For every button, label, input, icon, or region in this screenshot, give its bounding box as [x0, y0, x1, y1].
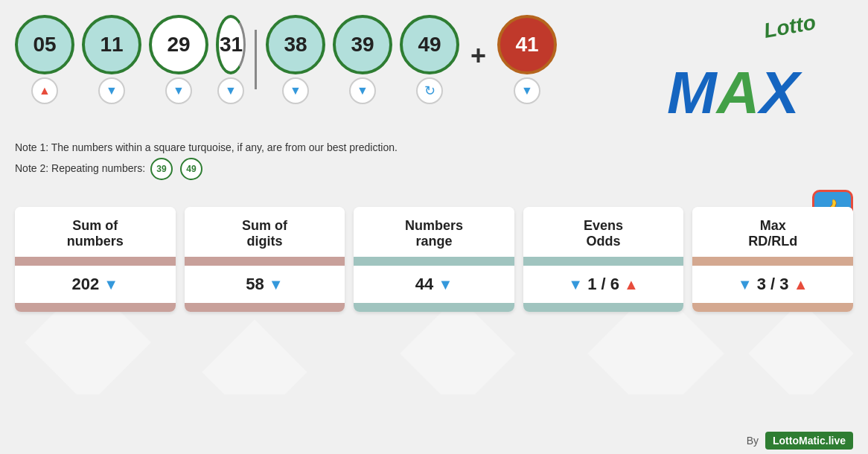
balls-row: 05 ▲ 11 ▼ 29 ▼ — [15, 15, 645, 104]
stat-sum-numbers-arrow: ▼ — [103, 276, 118, 292]
separator — [255, 30, 257, 89]
stat-max-rd-arrow-up: ▲ — [794, 276, 808, 292]
footer-brand: LottoMatic.live — [765, 432, 853, 450]
ball-2: 11 — [82, 15, 141, 74]
ball-6: 39 — [333, 15, 392, 74]
notes-section: Note 1: The numbers within a square turq… — [0, 134, 868, 192]
stat-numbers-range-value: 44 ▼ — [354, 266, 514, 303]
ball-4: 31 — [216, 15, 246, 74]
ball-wrapper-3: 29 ▼ — [149, 15, 208, 104]
main-container: 05 ▲ 11 ▼ 29 ▼ — [0, 0, 868, 454]
lotto-max-logo: Lotto M A X — [660, 7, 838, 127]
arrow-down-icon: ▼ — [225, 84, 237, 97]
top-section: 05 ▲ 11 ▼ 29 ▼ — [0, 0, 868, 134]
stat-evens-arrow-up: ▲ — [624, 276, 639, 292]
stat-max-rd-label: Max RD/RLd — [692, 207, 853, 257]
arrow-down-icon: ▼ — [521, 84, 533, 97]
numbers-area: 05 ▲ 11 ▼ 29 ▼ — [15, 15, 645, 110]
ball-wrapper-7: 49 ↻ — [400, 15, 459, 104]
stat-sum-digits-label: Sum of digits — [185, 207, 345, 257]
bonus-arrow-down[interactable]: ▼ — [514, 77, 540, 104]
footer-by-label: By — [747, 435, 759, 447]
stat-max-rd-bar-top — [692, 257, 853, 266]
stat-sum-digits-value: 58 ▼ — [185, 266, 345, 303]
arrow-down-icon: ▼ — [357, 84, 368, 97]
stat-card-sum-digits: Sum of digits 58 ▼ — [185, 207, 345, 312]
arrow-up-icon: ▲ — [39, 84, 51, 97]
note-2: Note 2: Repeating numbers: 39 49 — [15, 158, 853, 180]
stat-evens-arrow-down: ▼ — [568, 276, 583, 292]
arrow-down-icon: ▼ — [173, 84, 185, 97]
stat-evens-odds-bar-bottom — [523, 303, 684, 312]
lotto-text: Lotto — [762, 10, 817, 43]
ball-6-arrow-down[interactable]: ▼ — [349, 77, 376, 104]
repeating-ball-39: 39 — [150, 158, 173, 180]
ball-7: 49 — [400, 15, 459, 74]
note-1: Note 1: The numbers within a square turq… — [15, 141, 853, 153]
stat-numbers-range-arrow: ▼ — [438, 276, 453, 292]
stat-sum-digits-bar-bottom — [185, 303, 345, 312]
stat-sum-numbers-value: 202 ▼ — [15, 266, 176, 303]
stat-sum-numbers-bar-top — [15, 257, 176, 266]
ball-wrapper-2: 11 ▼ — [82, 15, 141, 104]
stat-card-numbers-range: Numbers range 44 ▼ — [354, 207, 514, 312]
note-2-prefix: Note 2: Repeating numbers: — [15, 162, 145, 174]
stat-card-sum-numbers: Sum of numbers 202 ▼ — [15, 207, 176, 312]
ball-5: 38 — [266, 15, 325, 74]
refresh-icon: ↻ — [424, 83, 435, 99]
stat-numbers-range-bar-top — [354, 257, 514, 266]
stat-max-rd-value: ▼ 3 / 3 ▲ — [692, 266, 853, 303]
ball-wrapper-4: 31 ▼ — [216, 15, 246, 104]
ball-4-arrow-down[interactable]: ▼ — [217, 77, 244, 104]
stat-evens-odds-value: ▼ 1 / 6 ▲ — [523, 266, 684, 303]
max-text: M A X — [667, 63, 800, 123]
stat-evens-odds-bar-top — [523, 257, 684, 266]
stat-evens-odds-label: Evens Odds — [523, 207, 684, 257]
stat-numbers-range-bar-bottom — [354, 303, 514, 312]
stat-max-rd-arrow-down: ▼ — [738, 276, 753, 292]
ball-1-arrow-up[interactable]: ▲ — [31, 77, 58, 104]
stat-sum-numbers-label: Sum of numbers — [15, 207, 176, 257]
logo-x: X — [759, 63, 799, 123]
stat-sum-digits-arrow: ▼ — [269, 276, 284, 292]
ball-wrapper-1: 05 ▲ — [15, 15, 74, 104]
logo-area: Lotto M A X — [645, 15, 853, 127]
bonus-ball: 41 — [497, 15, 557, 74]
stats-section: Sum of numbers 202 ▼ Sum of digits 58 ▼ — [0, 196, 868, 323]
logo-a: A — [717, 63, 760, 123]
arrow-down-icon: ▼ — [290, 84, 301, 97]
stat-max-rd-bar-bottom — [692, 303, 853, 312]
stat-sum-numbers-bar-bottom — [15, 303, 176, 312]
stat-numbers-range-label: Numbers range — [354, 207, 514, 257]
ball-wrapper-5: 38 ▼ — [266, 15, 325, 104]
plus-sign: + — [470, 40, 486, 79]
ball-3-arrow-down[interactable]: ▼ — [165, 77, 192, 104]
ball-1: 05 — [15, 15, 74, 74]
ball-3: 29 — [149, 15, 208, 74]
stat-card-evens-odds: Evens Odds ▼ 1 / 6 ▲ — [523, 207, 684, 312]
bonus-ball-wrapper: 41 ▼ — [497, 15, 557, 104]
ball-2-arrow-down[interactable]: ▼ — [98, 77, 125, 104]
logo-m: M — [667, 63, 717, 123]
stat-sum-digits-bar-top — [185, 257, 345, 266]
ball-7-arrow-refresh[interactable]: ↻ — [416, 77, 443, 104]
ball-5-arrow-down[interactable]: ▼ — [282, 77, 309, 104]
arrow-down-icon: ▼ — [106, 84, 118, 97]
repeating-ball-49: 49 — [180, 158, 202, 180]
ball-wrapper-6: 39 ▼ — [333, 15, 392, 104]
stat-card-max-rd: Max RD/RLd ▼ 3 / 3 ▲ — [692, 207, 853, 312]
footer: By LottoMatic.live — [747, 435, 853, 447]
